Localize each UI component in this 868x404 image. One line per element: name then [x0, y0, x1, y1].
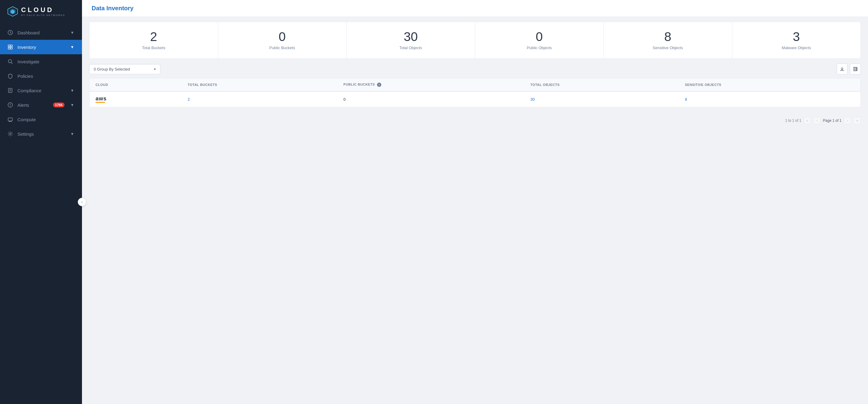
- cell-total-buckets: 2: [181, 91, 337, 107]
- col-total-buckets: TOTAL BUCKETS: [181, 79, 337, 91]
- page-title: Data Inventory: [92, 5, 858, 12]
- brand-logo-text: CLOUD BY PALO ALTO NETWORKS: [21, 7, 65, 17]
- download-button[interactable]: [837, 64, 847, 74]
- toolbar-actions: [837, 64, 861, 74]
- col-sensitive-objects: SENSITIVE OBJECTS: [679, 79, 861, 91]
- sidebar-item-investigate[interactable]: Investigate: [0, 54, 82, 69]
- columns-button[interactable]: [850, 64, 861, 74]
- svg-point-16: [10, 106, 10, 106]
- pagination-range: 1 to 1 of 1: [785, 119, 801, 123]
- sidebar-navigation: Dashboard ▾ Inventory ▾: [0, 23, 82, 404]
- stat-malware-objects: 3 Malware Objects: [733, 22, 861, 59]
- stat-public-buckets-value: 0: [279, 30, 286, 43]
- policies-icon: [7, 73, 13, 79]
- svg-point-8: [8, 60, 12, 63]
- toolbar: 0 Group By Selected ▾: [89, 64, 861, 74]
- stat-total-objects: 30 Total Objects: [347, 22, 475, 59]
- table-row: aws 2 0 30 8: [90, 91, 861, 107]
- aws-underline: [96, 102, 105, 103]
- policies-label: Policies: [18, 73, 75, 79]
- svg-point-21: [10, 133, 11, 135]
- cell-sensitive-objects: 8: [679, 91, 861, 107]
- total-buckets-link[interactable]: 2: [187, 97, 190, 102]
- alerts-icon: [7, 102, 13, 108]
- last-page-button[interactable]: »: [854, 117, 861, 124]
- svg-rect-7: [10, 47, 12, 49]
- stat-total-objects-label: Total Objects: [399, 45, 422, 50]
- alerts-label: Alerts: [18, 102, 49, 107]
- group-by-label: 0 Group By Selected: [94, 67, 130, 71]
- brand-subtitle: BY PALO ALTO NETWORKS: [21, 14, 65, 17]
- cell-public-buckets: 0: [338, 91, 524, 107]
- public-buckets-info-icon: i: [377, 83, 381, 87]
- data-table: CLOUD TOTAL BUCKETS PUBLIC BUCKETS i TOT…: [89, 78, 861, 107]
- public-buckets-value: 0: [344, 97, 346, 102]
- compliance-icon: [7, 87, 13, 93]
- svg-line-9: [11, 63, 13, 64]
- stat-public-buckets: 0 Public Buckets: [218, 22, 347, 59]
- svg-rect-25: [857, 67, 857, 71]
- stat-malware-objects-value: 3: [793, 30, 800, 43]
- prev-page-button[interactable]: ‹: [813, 117, 821, 124]
- cell-total-objects: 30: [524, 91, 679, 107]
- settings-label: Settings: [18, 131, 66, 136]
- svg-rect-17: [8, 118, 12, 121]
- sidebar-logo: CLOUD BY PALO ALTO NETWORKS: [0, 0, 82, 23]
- pagination: 1 to 1 of 1 « ‹ Page 1 of 1 › »: [89, 117, 861, 124]
- col-total-objects: TOTAL OBJECTS: [524, 79, 679, 91]
- stat-public-objects: 0 Public Objects: [475, 22, 604, 59]
- svg-rect-4: [8, 45, 10, 47]
- total-objects-link[interactable]: 30: [530, 97, 535, 102]
- next-page-button[interactable]: ›: [844, 117, 851, 124]
- stat-public-buckets-label: Public Buckets: [270, 45, 295, 50]
- settings-chevron-icon: ▾: [70, 131, 75, 136]
- dashboard-label: Dashboard: [18, 30, 66, 35]
- table-header-row: CLOUD TOTAL BUCKETS PUBLIC BUCKETS i TOT…: [90, 79, 861, 91]
- sidebar-item-policies[interactable]: Policies: [0, 69, 82, 83]
- compute-icon: [7, 116, 13, 122]
- svg-rect-23: [854, 67, 855, 71]
- stat-malware-objects-label: Malware Objects: [782, 45, 811, 50]
- dashboard-chevron-icon: ▾: [70, 30, 75, 35]
- alerts-chevron-icon: ▾: [70, 102, 75, 107]
- page-info: Page 1 of 1: [823, 119, 841, 123]
- compliance-chevron-icon: ▾: [70, 88, 75, 93]
- cell-cloud: aws: [90, 91, 181, 107]
- svg-rect-6: [8, 47, 10, 49]
- inventory-chevron-icon: ▾: [70, 44, 75, 50]
- page-header: Data Inventory: [82, 0, 868, 17]
- investigate-label: Investigate: [18, 59, 75, 64]
- stat-total-buckets-value: 2: [150, 30, 157, 43]
- sidebar-item-compute[interactable]: Compute: [0, 112, 82, 127]
- stat-total-buckets-label: Total Buckets: [142, 45, 165, 50]
- brand-title: CLOUD: [21, 7, 65, 13]
- inventory-icon: [7, 44, 13, 50]
- compliance-label: Compliance: [18, 88, 66, 93]
- compute-label: Compute: [18, 117, 75, 122]
- main-content: Data Inventory 2 Total Buckets 0 Public …: [82, 0, 868, 404]
- aws-logo: aws: [96, 96, 176, 103]
- svg-rect-5: [10, 45, 12, 47]
- svg-rect-24: [855, 67, 856, 71]
- stat-public-objects-value: 0: [536, 30, 543, 43]
- sidebar-item-settings[interactable]: Settings ▾: [0, 127, 82, 141]
- sidebar-collapse-button[interactable]: ‹: [78, 198, 86, 206]
- stat-total-buckets: 2 Total Buckets: [90, 22, 218, 59]
- dashboard-icon: [7, 30, 13, 36]
- stat-total-objects-value: 30: [404, 30, 418, 43]
- sidebar: CLOUD BY PALO ALTO NETWORKS Dashboard ▾: [0, 0, 82, 404]
- brand-logo-icon: [7, 6, 18, 17]
- group-by-dropdown[interactable]: 0 Group By Selected ▾: [89, 64, 160, 74]
- sensitive-objects-link[interactable]: 8: [685, 97, 687, 102]
- first-page-button[interactable]: «: [804, 117, 811, 124]
- inventory-label: Inventory: [18, 44, 66, 50]
- stat-sensitive-objects: 8 Sensitive Objects: [604, 22, 733, 59]
- sidebar-item-compliance[interactable]: Compliance ▾: [0, 83, 82, 98]
- stat-sensitive-objects-label: Sensitive Objects: [653, 45, 683, 50]
- sidebar-item-alerts[interactable]: Alerts 1794 ▾: [0, 98, 82, 112]
- stat-public-objects-label: Public Objects: [527, 45, 552, 50]
- sidebar-item-inventory[interactable]: Inventory ▾: [0, 40, 82, 54]
- group-by-chevron-icon: ▾: [154, 67, 156, 71]
- sidebar-item-dashboard[interactable]: Dashboard ▾: [0, 25, 82, 40]
- investigate-icon: [7, 59, 13, 64]
